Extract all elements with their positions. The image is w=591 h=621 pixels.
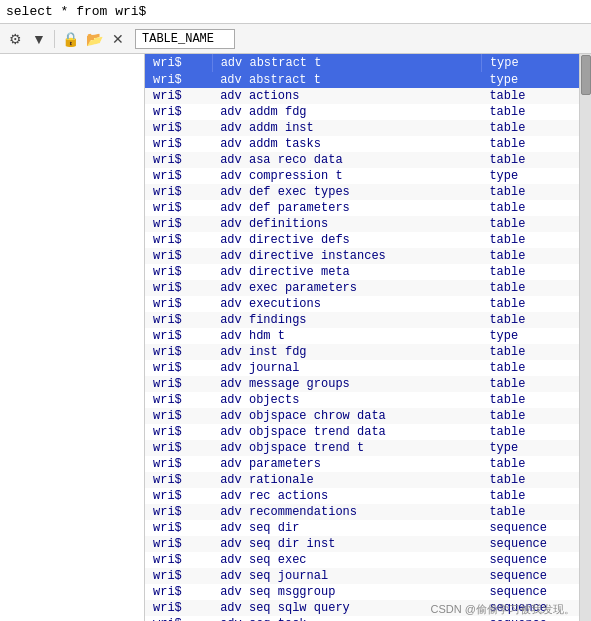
- cell-type: table: [481, 456, 590, 472]
- settings-button[interactable]: ⚙: [4, 28, 26, 50]
- table-row[interactable]: wri$adv objectstable: [145, 392, 591, 408]
- cell-name: adv addm inst: [212, 120, 481, 136]
- cell-type: type: [481, 72, 590, 88]
- cell-owner: wri$: [145, 280, 212, 296]
- table-row[interactable]: wri$adv seq dirsequence: [145, 520, 591, 536]
- divider-1: [54, 30, 55, 48]
- cell-type: table: [481, 184, 590, 200]
- cell-owner: wri$: [145, 312, 212, 328]
- cell-name: adv objspace chrow data: [212, 408, 481, 424]
- cell-type: table: [481, 344, 590, 360]
- close-button[interactable]: ✕: [107, 28, 129, 50]
- table-row[interactable]: wri$adv recommendationstable: [145, 504, 591, 520]
- table-row[interactable]: wri$adv exec parameterstable: [145, 280, 591, 296]
- col-header-owner: wri$: [145, 54, 212, 72]
- sql-text: select * from wri$: [6, 4, 146, 19]
- table-row[interactable]: wri$adv addm taskstable: [145, 136, 591, 152]
- cell-type: table: [481, 88, 590, 104]
- cell-type: sequence: [481, 520, 590, 536]
- cell-type: table: [481, 120, 590, 136]
- table-row[interactable]: wri$adv actionstable: [145, 88, 591, 104]
- cell-owner: wri$: [145, 216, 212, 232]
- table-row[interactable]: wri$adv objspace trend datatable: [145, 424, 591, 440]
- sql-bar: select * from wri$: [0, 0, 591, 24]
- table-row[interactable]: wri$adv findingstable: [145, 312, 591, 328]
- cell-name: adv journal: [212, 360, 481, 376]
- table-row[interactable]: wri$adv addm fdgtable: [145, 104, 591, 120]
- cell-type: table: [481, 136, 590, 152]
- table-row[interactable]: wri$adv rec actionstable: [145, 488, 591, 504]
- table-row[interactable]: wri$adv asa reco datatable: [145, 152, 591, 168]
- cell-owner: wri$: [145, 584, 212, 600]
- table-row[interactable]: wri$adv definitionstable: [145, 216, 591, 232]
- table-row[interactable]: wri$adv parameterstable: [145, 456, 591, 472]
- cell-owner: wri$: [145, 72, 212, 88]
- cell-owner: wri$: [145, 232, 212, 248]
- table-row[interactable]: wri$adv addm insttable: [145, 120, 591, 136]
- table-row[interactable]: wri$adv objspace trend ttype: [145, 440, 591, 456]
- cell-type: type: [481, 168, 590, 184]
- table-row[interactable]: wri$adv directive defstable: [145, 232, 591, 248]
- cell-name: adv seq journal: [212, 568, 481, 584]
- cell-type: sequence: [481, 584, 590, 600]
- results-panel: wri$ adv abstract t type wri$adv abstrac…: [145, 54, 591, 621]
- table-row[interactable]: wri$adv compression ttype: [145, 168, 591, 184]
- scrollbar[interactable]: [579, 54, 591, 621]
- table-row[interactable]: wri$adv directive metatable: [145, 264, 591, 280]
- col-header-label: TABLE_NAME: [142, 32, 214, 46]
- cell-type: table: [481, 376, 590, 392]
- cell-name: adv compression t: [212, 168, 481, 184]
- table-row[interactable]: wri$adv def parameterstable: [145, 200, 591, 216]
- cell-owner: wri$: [145, 440, 212, 456]
- table-row[interactable]: wri$adv seq msggroupsequence: [145, 584, 591, 600]
- table-row[interactable]: wri$adv directive instancestable: [145, 248, 591, 264]
- cell-name: adv recommendations: [212, 504, 481, 520]
- table-row[interactable]: wri$adv def exec typestable: [145, 184, 591, 200]
- cell-name: adv directive meta: [212, 264, 481, 280]
- cell-owner: wri$: [145, 360, 212, 376]
- cell-name: adv abstract t: [212, 72, 481, 88]
- cell-name: adv addm tasks: [212, 136, 481, 152]
- table-row[interactable]: wri$adv seq execsequence: [145, 552, 591, 568]
- toolbar: ⚙ ▼ 🔒 📂 ✕ TABLE_NAME: [0, 24, 591, 54]
- cell-type: table: [481, 424, 590, 440]
- table-row[interactable]: wri$adv seq dir instsequence: [145, 536, 591, 552]
- table-row[interactable]: wri$adv message groupstable: [145, 376, 591, 392]
- cell-owner: wri$: [145, 328, 212, 344]
- scrollbar-thumb[interactable]: [581, 55, 591, 95]
- cell-owner: wri$: [145, 504, 212, 520]
- lock-button[interactable]: 🔒: [59, 28, 81, 50]
- folder-icon: 📂: [86, 31, 103, 47]
- cell-name: adv objspace trend t: [212, 440, 481, 456]
- table-row[interactable]: wri$adv inst fdgtable: [145, 344, 591, 360]
- cell-name: adv def parameters: [212, 200, 481, 216]
- cell-name: adv executions: [212, 296, 481, 312]
- table-row[interactable]: wri$adv executionstable: [145, 296, 591, 312]
- cell-name: adv rec actions: [212, 488, 481, 504]
- cell-type: table: [481, 392, 590, 408]
- dropdown-button[interactable]: ▼: [28, 28, 50, 50]
- col-header-name: adv abstract t: [212, 54, 481, 72]
- results-table: wri$ adv abstract t type wri$adv abstrac…: [145, 54, 591, 621]
- cell-owner: wri$: [145, 152, 212, 168]
- cell-owner: wri$: [145, 568, 212, 584]
- watermark: CSDN @偷偷学习被我发现。: [431, 602, 575, 617]
- table-row[interactable]: wri$adv journaltable: [145, 360, 591, 376]
- table-row[interactable]: wri$adv objspace chrow datatable: [145, 408, 591, 424]
- main-area: wri$ adv abstract t type wri$adv abstrac…: [0, 54, 591, 621]
- col-header-box: TABLE_NAME: [135, 29, 235, 49]
- cell-name: adv parameters: [212, 456, 481, 472]
- cell-owner: wri$: [145, 168, 212, 184]
- folder-button[interactable]: 📂: [83, 28, 105, 50]
- table-row[interactable]: wri$adv hdm ttype: [145, 328, 591, 344]
- table-row[interactable]: wri$adv rationaletable: [145, 472, 591, 488]
- cell-owner: wri$: [145, 200, 212, 216]
- cell-name: adv directive defs: [212, 232, 481, 248]
- cell-type: type: [481, 440, 590, 456]
- cell-owner: wri$: [145, 88, 212, 104]
- cell-type: table: [481, 216, 590, 232]
- table-row[interactable]: wri$adv abstract ttype: [145, 72, 591, 88]
- cell-name: adv objspace trend data: [212, 424, 481, 440]
- table-row[interactable]: wri$adv seq journalsequence: [145, 568, 591, 584]
- cell-name: adv directive instances: [212, 248, 481, 264]
